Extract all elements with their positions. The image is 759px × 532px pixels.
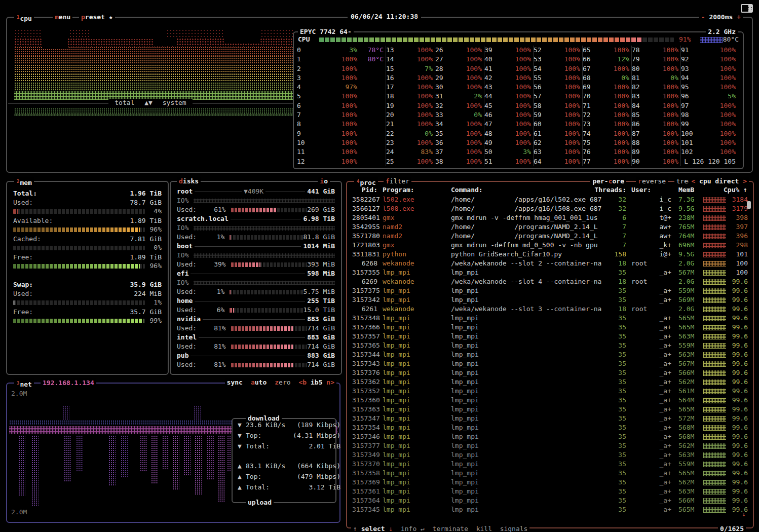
process-row[interactable]: 3157366 lmp_mpi lmp_mpi 35 _a+ 565M 99.6 (352, 323, 748, 332)
process-row[interactable]: 3311831 python python GridSearch_Cifar10… (352, 250, 748, 259)
scroll-down-icon[interactable]: ↓ (742, 510, 746, 518)
process-row[interactable]: 3582267 l502.exe /home/ /apps/g16/l502.e… (352, 195, 748, 204)
core-id: 46 (484, 110, 498, 120)
process-row[interactable]: 3157370 lmp_mpi lmp_mpi 35 _a+ 559M 99.6 (352, 460, 748, 469)
kill-button[interactable]: kill (476, 525, 492, 532)
net-interface-switcher[interactable]: <b ib5 n> (299, 378, 334, 386)
sort-column-selector[interactable]: < cpu direct > (689, 177, 749, 186)
process-row[interactable]: 3157364 lmp_mpi lmp_mpi 35 _a+ 566M 99.6 (352, 496, 748, 505)
process-row[interactable]: 6261 wekanode /weka/wekanode --slot 3 --… (352, 305, 748, 314)
disk-item[interactable]: home255 TiB Used:6%15.0 TiB (177, 296, 335, 315)
core-id: 26 (435, 46, 448, 55)
header-program[interactable]: Program: (383, 186, 414, 194)
proc-scrollbar-thumb[interactable] (747, 201, 751, 209)
process-row[interactable]: 6268 wekanode /weka/wekanode --slot 2 --… (352, 259, 748, 268)
disk-item[interactable]: pub883 GiB Used:81%714 GiB (177, 351, 335, 369)
core-cell: 47100% (484, 120, 531, 129)
signals-button[interactable]: signals (500, 525, 528, 532)
process-row[interactable]: 3157377 lmp_mpi lmp_mpi 35 _a+ 562M 99.6 (352, 441, 748, 450)
process-row[interactable]: 3157369 lmp_mpi lmp_mpi 35 _a+ 562M 99.6 (352, 478, 748, 487)
core-id: 52 (534, 46, 547, 55)
process-pid: 1721803 (352, 241, 377, 250)
header-pid[interactable]: Pid: (352, 186, 377, 194)
down-arrow-icon: ▼ (238, 431, 246, 440)
preset-button[interactable]: preset ★ (79, 13, 115, 22)
process-row[interactable]: 3157375 lmp_mpi lmp_mpi 35 _a+ 559M 99.6 (352, 286, 748, 295)
disk-item[interactable]: root▼409K441 GiB IO% Used:61%269 GiB (177, 187, 335, 214)
process-row[interactable]: 3157362 lmp_mpi lmp_mpi 35 _a+ 562M 99.6 (352, 377, 748, 387)
process-row[interactable]: 3157349 lmp_mpi lmp_mpi 35 _a+ 563M 99.6 (352, 450, 748, 460)
mem-used-pct: 4% (141, 207, 162, 215)
core-id: 43 (484, 83, 498, 92)
process-row[interactable]: 3571780 namd2 /home/ /programs/NAMD_2.14… (352, 232, 748, 241)
process-user: _a+ (626, 314, 671, 323)
core-id: 93 (681, 64, 694, 73)
disk-item[interactable]: nvidia883 GiB Used:81%714 GiB (177, 315, 335, 333)
disk-total: 883 GiB (305, 333, 335, 342)
select-button[interactable]: select (361, 525, 385, 532)
process-row[interactable]: 3157358 lmp_mpi lmp_mpi 35 _a+ 565M 99.6 (352, 469, 748, 478)
per-core-toggle[interactable]: per-core (590, 177, 626, 186)
process-program: l502.exe (383, 195, 446, 204)
sort-direction-icon[interactable]: ↑ (743, 186, 747, 194)
disks-io-toggle[interactable]: io (318, 177, 330, 186)
disk-item[interactable]: boot1014 MiB IO% Used:39%393 MiB (177, 242, 335, 269)
process-row[interactable]: 3157345 lmp_mpi lmp_mpi 35 _a+ 565M 99.6 (352, 505, 748, 514)
select-down-icon[interactable]: ↓ (389, 525, 393, 532)
disk-used-row: Used:6%15.0 TiB (177, 306, 335, 315)
header-threads[interactable]: Threads: (578, 186, 626, 194)
process-row[interactable]: 3542955 namd2 /home/ /programs/NAMD_2.14… (352, 222, 748, 232)
disk-item[interactable]: scratch.local6.98 TiB IO% Used:1%81.8 Gi… (177, 214, 335, 242)
filter-button[interactable]: filter (384, 177, 411, 186)
interval-increase[interactable]: + (737, 13, 741, 21)
process-row[interactable]: 3157348 lmp_mpi lmp_mpi 35 _a+ 565M 99.6 (352, 314, 748, 323)
process-user: _a+ (626, 450, 671, 460)
process-row[interactable]: 3157363 lmp_mpi lmp_mpi 35 _a+ 565M 99.6 (352, 405, 748, 414)
swap-used-pct: 1% (141, 298, 162, 307)
core-id: 49 (484, 138, 498, 147)
disk-item[interactable]: efi598 MiB IO% Used:1%5.75 MiB (177, 269, 335, 296)
process-row[interactable]: 3157361 lmp_mpi lmp_mpi 35 _a+ 563M 99.6 (352, 487, 748, 496)
terminate-button[interactable]: terminate (433, 525, 468, 532)
header-user[interactable]: User: (631, 186, 651, 194)
process-row[interactable]: 3157376 lmp_mpi lmp_mpi 35 _a+ 566M 99.6 (352, 368, 748, 377)
disk-item[interactable]: intel883 GiB Used:81%714 GiB (177, 333, 335, 351)
menu-button[interactable]: menu (53, 13, 72, 22)
process-row[interactable]: 3566127 l508.exe /home/ /apps/g16/l508.e… (352, 204, 748, 213)
process-row[interactable]: 3157346 lmp_mpi lmp_mpi 35 _a+ 568M 99.6 (352, 432, 748, 441)
cpu-graph-divider[interactable]: total ▲▼ system (8, 99, 293, 108)
net-sync-button[interactable]: sync (227, 378, 243, 386)
down-arrow-icon: ▼ (238, 421, 246, 430)
net-auto-button[interactable]: auto (251, 378, 267, 386)
net-zero-button[interactable]: zero (275, 378, 290, 386)
reverse-toggle[interactable]: reverse (636, 177, 668, 186)
process-pid: 3157354 (352, 423, 377, 432)
core-id: 82 (632, 83, 645, 92)
process-row[interactable]: 3157344 lmp_mpi lmp_mpi 35 _a+ 563M 99.6 (352, 350, 748, 359)
process-row[interactable]: 1721803 gmx gmx mdrun -deffnm md_0_500 -… (352, 241, 748, 250)
process-row[interactable]: 3157347 lmp_mpi lmp_mpi 35 _a+ 572M 99.6 (352, 414, 748, 423)
core-id: 71 (583, 101, 596, 110)
core-cell: 88100% (632, 138, 678, 147)
core-usage: 100% (498, 138, 531, 147)
interval-decrease[interactable]: - (701, 13, 705, 21)
process-row[interactable]: 3157343 lmp_mpi lmp_mpi 35 _a+ 567M 99.6 (352, 359, 748, 368)
header-memory[interactable]: MemB (678, 186, 694, 194)
process-row[interactable]: 3157352 lmp_mpi lmp_mpi 35 _a+ 561M 99.6 (352, 387, 748, 396)
process-row[interactable]: 3157342 lmp_mpi lmp_mpi 35 _a+ 569M 99.6 (352, 295, 748, 305)
select-up-icon[interactable]: ↑ (353, 525, 357, 532)
header-command[interactable]: Command: (451, 186, 483, 194)
process-row[interactable]: 2805401 gmx gmx mdrun -v -deffnm hmag_00… (352, 213, 748, 222)
window-panel-icon[interactable] (741, 4, 753, 13)
process-row[interactable]: 3157357 lmp_mpi lmp_mpi 35 _a+ 563M 99.6 (352, 332, 748, 341)
process-pid: 6269 (352, 277, 377, 286)
process-row[interactable]: 3157354 lmp_mpi lmp_mpi 35 _a+ 568M 99.6 (352, 423, 748, 432)
process-memory: 565M (678, 505, 702, 514)
header-cpu[interactable]: Cpu% (724, 186, 739, 194)
info-button[interactable]: info (401, 525, 416, 532)
process-row[interactable]: 6269 wekanode /weka/wekanode --slot 4 --… (352, 277, 748, 286)
process-row[interactable]: 3157365 lmp_mpi lmp_mpi 35 _a+ 559M 99.6 (352, 341, 748, 350)
process-row[interactable]: 3157355 lmp_mpi lmp_mpi 35 _a+ 567M 100 (352, 268, 748, 277)
process-row[interactable]: 3157360 lmp_mpi lmp_mpi 35 _a+ 564M 99.6 (352, 396, 748, 405)
disk-io-row: IO% (177, 223, 335, 233)
